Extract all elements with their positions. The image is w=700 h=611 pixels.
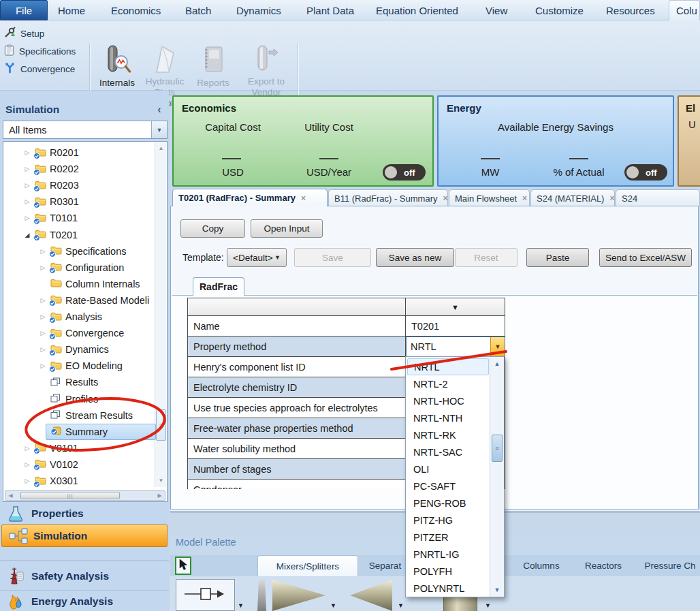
tree-item-x0301[interactable]: ▷X0301 <box>3 473 157 489</box>
menu-item-resources[interactable]: Resources <box>606 0 655 20</box>
tree-filter-combo[interactable]: All Items <box>3 121 168 139</box>
save-as-new-button[interactable]: Save as new <box>376 248 454 267</box>
menu-item-plant-data[interactable]: Plant Data <box>306 0 354 20</box>
scroll-up-icon[interactable]: ▲ <box>492 358 503 369</box>
tree-expand-icon[interactable]: ▷ <box>23 149 31 156</box>
internals-button[interactable]: Internals <box>94 44 140 97</box>
scroll-left-icon[interactable]: ◀ <box>5 491 16 500</box>
tree-expand-icon[interactable]: ▷ <box>39 330 47 336</box>
tree-item-r0301[interactable]: ▷R0301 <box>3 193 157 210</box>
tree-item-v0102[interactable]: ▷V0102 <box>3 456 157 473</box>
specifications-button[interactable]: Specifications <box>4 42 87 60</box>
tree-expand-icon[interactable]: ▷ <box>23 477 31 484</box>
tree-expand-icon[interactable]: ▷ <box>23 445 31 452</box>
dropdown-item-oli[interactable]: OLI <box>407 460 489 477</box>
tree-filter-dropdown-button[interactable]: ▼ <box>151 121 167 138</box>
tree-expand-icon[interactable]: ▷ <box>23 461 31 468</box>
row-value-cell[interactable]: T0201 <box>406 316 505 336</box>
palette-stream-model[interactable] <box>176 579 235 611</box>
tree-item-r0202[interactable]: ▷R0202 <box>3 161 157 177</box>
palette-tab-pressure-ch[interactable]: Pressure Ch <box>640 555 700 576</box>
palette-tab-reactors[interactable]: Reactors <box>575 555 631 576</box>
tree-horizontal-scrollbar[interactable]: ◀ ||| ▶ <box>5 490 165 501</box>
menu-item-view[interactable]: View <box>486 0 507 20</box>
h-scrollbar-thumb[interactable]: ||| <box>20 492 120 499</box>
combo-dropdown-button[interactable]: ▼ <box>490 337 505 356</box>
close-icon[interactable]: × <box>609 193 614 203</box>
palette-model-sliver[interactable] <box>257 580 266 611</box>
tree-item-eo-modeling[interactable]: ▷EO Modeling <box>3 358 157 374</box>
menu-item-economics[interactable]: Economics <box>111 0 161 20</box>
panel-collapse-icon[interactable]: ‹ <box>153 101 166 119</box>
menu-item-equation-oriented[interactable]: Equation Oriented <box>376 0 458 20</box>
tab-radfrac[interactable]: RadFrac <box>193 277 244 296</box>
convergence-button[interactable]: Convergence <box>4 60 87 78</box>
tree-item-profiles[interactable]: Profiles <box>3 391 157 407</box>
setup-button[interactable]: Setup <box>4 25 87 42</box>
tree-item-rate-based-modeli[interactable]: ▷Rate-Based Modeli <box>3 292 157 309</box>
tree-expand-icon[interactable]: ▷ <box>39 346 47 353</box>
dropdown-scrollbar[interactable]: ▲≡▼ <box>490 357 504 597</box>
dropdown-item-polyfh[interactable]: POLYFH <box>407 563 489 580</box>
tree-expand-icon[interactable]: ▷ <box>23 198 31 205</box>
table-header-value-cell[interactable]: ▼ <box>406 298 505 316</box>
dropdown-scrollbar-thumb[interactable]: ≡ <box>492 435 503 462</box>
close-icon[interactable]: × <box>301 193 306 203</box>
paste-button[interactable]: Paste <box>526 248 589 267</box>
document-tab-1[interactable]: T0201 (RadFrac) - Summary× <box>172 189 328 206</box>
column-filter-icon[interactable]: ▼ <box>406 303 505 311</box>
tree-item-summary[interactable]: Summary <box>3 424 157 440</box>
dropdown-item-nrtl[interactable]: NRTL <box>407 358 489 375</box>
tree-item-dynamics[interactable]: ▷Dynamics <box>3 341 157 358</box>
tree-item-specifications[interactable]: ▷Specifications <box>3 243 157 260</box>
dropdown-item-pitz-hg[interactable]: PITZ-HG <box>407 512 489 529</box>
scroll-up-icon[interactable]: ▲ <box>156 143 166 153</box>
document-tab-2[interactable]: B11 (RadFrac) - Summary× <box>328 189 448 206</box>
pane-button-energy-analysis[interactable]: Energy Analysis <box>0 591 169 611</box>
tree-item-convergence[interactable]: ▷Convergence <box>3 325 157 341</box>
template-combo[interactable]: <Default> ▼ <box>227 248 287 267</box>
close-icon[interactable]: × <box>443 193 447 203</box>
dropdown-item-nrtl-hoc[interactable]: NRTL-HOC <box>407 392 489 409</box>
economics-toggle[interactable]: off <box>383 164 426 181</box>
tree-item-r0201[interactable]: ▷R0201 <box>3 144 157 161</box>
tree-item-t0201[interactable]: ◢T0201 <box>3 227 157 243</box>
mixer-model-dropdown-icon[interactable]: ▼ <box>330 602 336 609</box>
tree-item-configuration[interactable]: ▷Configuration <box>3 260 157 276</box>
dropdown-item-nrtl-rk[interactable]: NRTL-RK <box>407 426 489 443</box>
tree-collapse-icon[interactable]: ◢ <box>23 232 31 238</box>
menu-item-customize[interactable]: Customize <box>535 0 584 20</box>
stream-model-dropdown-icon[interactable]: ▼ <box>238 602 244 609</box>
tree-item-results[interactable]: Results <box>3 374 157 390</box>
select-mode-button[interactable] <box>175 557 191 575</box>
tree-item-r0203[interactable]: ▷R0203 <box>3 177 157 193</box>
tree-expand-icon[interactable]: ▷ <box>23 182 31 189</box>
document-tab-4[interactable]: S24 (MATERIAL)× <box>530 189 615 206</box>
scroll-down-icon[interactable]: ▼ <box>492 584 503 595</box>
palette-tab-mixers-splitters[interactable]: Mixers/Splitters <box>257 555 358 576</box>
ribbon-tab-column-partial[interactable]: Colu <box>669 0 700 20</box>
dropdown-item-nrtl-nth[interactable]: NRTL-NTH <box>407 409 489 426</box>
property-method-combo[interactable]: NRTL▼ <box>406 336 505 357</box>
dropdown-item-pc-saft[interactable]: PC-SAFT <box>407 477 489 495</box>
document-tab-5[interactable]: S24 <box>616 189 700 206</box>
document-tab-3[interactable]: Main Flowsheet× <box>449 189 530 206</box>
open-input-button[interactable]: Open Input <box>251 219 323 238</box>
file-menu-tab[interactable]: File <box>0 0 48 20</box>
menu-item-dynamics[interactable]: Dynamics <box>236 0 281 20</box>
menu-item-home[interactable]: Home <box>58 0 85 20</box>
tree-item-analysis[interactable]: ▷Analysis <box>3 309 157 325</box>
tree-scrollbar-thumb[interactable]: ≡ <box>156 409 166 441</box>
close-icon[interactable]: × <box>522 193 527 203</box>
tree-item-stream-results[interactable]: Stream Results <box>3 407 157 424</box>
palette-tab-separat[interactable]: Separat <box>365 555 405 576</box>
dropdown-item-pnrtl-ig[interactable]: PNRTL-IG <box>407 546 489 563</box>
pane-button-safety-analysis[interactable]: Safety Analysis <box>0 563 169 590</box>
dropdown-item-polynrtl[interactable]: POLYNRTL <box>407 580 489 597</box>
energy-toggle[interactable]: off <box>624 164 667 181</box>
tree-item-v0101[interactable]: ▷V0101 <box>3 440 157 456</box>
copy-button[interactable]: Copy <box>180 219 245 238</box>
column-model-dropdown-icon[interactable]: ▼ <box>485 602 491 609</box>
dropdown-item-nrtl-sac[interactable]: NRTL-SAC <box>407 443 489 460</box>
splitter-model-dropdown-icon[interactable]: ▼ <box>398 602 404 609</box>
